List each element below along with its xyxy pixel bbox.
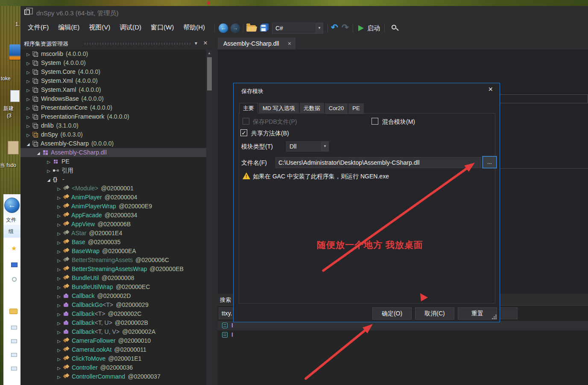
share-method-body-checkbox[interactable]: ✓ — [240, 129, 247, 136]
mixed-module-checkbox[interactable] — [372, 118, 378, 125]
tree-expander[interactable]: ▷ — [56, 229, 62, 238]
back-button[interactable]: ← — [219, 23, 228, 33]
tree-item-assembly-csharp[interactable]: ◢ Assembly-CSharp(0.0.0.0) — [20, 139, 206, 148]
scrollbar-thumb[interactable] — [207, 57, 212, 90]
tree-expander[interactable]: ▷ — [56, 220, 62, 229]
tree-item-appview[interactable]: ▷ AppView@0200006B — [20, 220, 206, 229]
tree-expander[interactable]: ▷ — [56, 310, 62, 319]
tree-item-dnspy[interactable]: ▷ dnSpy(6.0.3.0) — [20, 130, 206, 139]
cancel-button[interactable]: 取消(C) — [415, 307, 454, 320]
search-icon[interactable] — [392, 25, 396, 29]
chevron-down-icon[interactable]: ▼ — [321, 142, 328, 151]
menu-item-4[interactable]: 窗口(W) — [149, 23, 176, 32]
tree-item-betterstreamingassetswrap[interactable]: ▷ BetterStreamingAssetsWrap@020000EB — [20, 265, 206, 274]
tree-scrollbar[interactable]: ▲ — [206, 50, 213, 385]
tree-item-animplayer[interactable]: ▷ AnimPlayer@02000004 — [20, 193, 206, 202]
favorites-star-icon[interactable]: ★ — [11, 245, 17, 252]
tree-item-animplayerwrap[interactable]: ▷ AnimPlayerWrap@020000E9 — [20, 202, 206, 211]
start-button-label[interactable]: 启动 — [367, 24, 380, 32]
tree-expander[interactable]: ▷ — [25, 59, 32, 68]
chevron-down-icon[interactable]: ▼ — [194, 41, 198, 46]
language-select[interactable]: C# ▼ — [272, 23, 323, 34]
desktop-icon-label[interactable]: 新建 — [3, 105, 14, 112]
vertical-splitter[interactable] — [213, 38, 218, 385]
tree-item-controllercommand[interactable]: ▷ ControllerCommand@02000037 — [20, 372, 206, 381]
search-result-row[interactable]: I — [218, 321, 588, 330]
explorer-back-button[interactable]: ← — [4, 198, 20, 213]
tree-item-camerafollower[interactable]: ▷ CameraFollower@02000010 — [20, 336, 206, 345]
tree-expander[interactable]: ▷ — [56, 256, 62, 265]
tree-item-system[interactable]: ▷ System(4.0.0.0) — [20, 58, 206, 67]
dialog-tab-元数据[interactable]: 元数据 — [300, 103, 324, 114]
browse-button[interactable]: ... — [483, 156, 497, 168]
tree-expander[interactable]: ◢ — [25, 140, 32, 149]
tree-expander[interactable]: ▷ — [56, 211, 62, 220]
tree-item-presentationframework[interactable]: ▷ PresentationFramework(4.0.0.0) — [20, 112, 206, 121]
start-play-icon[interactable] — [358, 25, 364, 31]
tree-expander[interactable]: ▷ — [56, 373, 62, 382]
desktop-icon-label[interactable]: 当 fsdo — [0, 162, 16, 169]
tree-item-cameralookat[interactable]: ▷ CameraLookAt@02000011 — [20, 345, 206, 354]
forward-button[interactable]: → — [231, 23, 240, 33]
tree-item-astar[interactable]: ▷ AStar@020001E4 — [20, 229, 206, 238]
tree-expander[interactable]: ▷ — [25, 113, 32, 122]
tree-expander[interactable]: ▷ — [25, 77, 32, 86]
computer-icon[interactable] — [11, 326, 17, 330]
ok-button[interactable]: 确定(O) — [372, 307, 412, 320]
tree-item-appfacade[interactable]: ▷ AppFacade@02000034 — [20, 211, 206, 220]
tree-expander[interactable]: ▷ — [56, 247, 62, 256]
computer-icon[interactable] — [11, 353, 17, 357]
resize-grip[interactable] — [492, 318, 493, 319]
tree-item-base[interactable]: ▷ Base@02000035 — [20, 238, 206, 247]
tree-expander[interactable]: ▷ — [25, 68, 32, 77]
desktop-icon-label[interactable]: 1. — [15, 21, 20, 27]
tree-expander[interactable]: ▷ — [25, 50, 32, 59]
desktop-icon-label[interactable]: (3 — [7, 113, 12, 119]
chevron-down-icon[interactable]: ▼ — [316, 23, 323, 33]
dialog-tab-主要[interactable]: 主要 — [239, 103, 258, 114]
tree-item-windowsbase[interactable]: ▷ WindowsBase(4.0.0.0) — [20, 94, 206, 103]
tree-item--module-[interactable]: ▷ <Module>@02000001 — [20, 184, 206, 193]
folder-icon[interactable] — [9, 309, 18, 314]
close-icon[interactable]: × — [203, 39, 208, 47]
module-type-select[interactable]: Dll ▼ — [286, 141, 329, 152]
desktop-icon-label[interactable]: toke — [1, 76, 11, 82]
explorer-menu-file[interactable]: 文件 — [3, 215, 20, 225]
tree-expander[interactable]: ▷ — [56, 265, 62, 274]
tree-expander[interactable]: ◢ — [35, 149, 42, 158]
computer-icon[interactable] — [11, 367, 17, 370]
save-all-icon[interactable] — [260, 25, 267, 32]
tree-item-clicktomove[interactable]: ▷ ClickToMove@020001E1 — [20, 354, 206, 363]
titlebar[interactable]: dnSpy v6.0.3 (64-bit, 管理员) — [20, 6, 588, 20]
tree-expander[interactable]: ▷ — [56, 274, 62, 283]
tree-expander[interactable]: ▷ — [56, 193, 62, 202]
tab-assembly-csharp-dll[interactable]: Assembly-CSharp.dll × — [218, 38, 295, 50]
dialog-close-icon[interactable]: × — [488, 85, 493, 94]
tree-item-pe[interactable]: ▷ PE — [20, 157, 206, 166]
tree-expander[interactable]: ▷ — [25, 104, 32, 113]
menu-item-1[interactable]: 编辑(E) — [56, 23, 82, 32]
tree-expander[interactable]: ▷ — [56, 292, 62, 301]
dialog-tab-Cor20[interactable]: Cor20 — [325, 103, 348, 114]
tree-item--[interactable]: ▷ 引用 — [20, 166, 206, 175]
tree-expander[interactable]: ▷ — [25, 131, 32, 140]
tree-item-assembly-csharp.dll[interactable]: ◢ Assembly-CSharp.dll — [20, 148, 206, 157]
display-icon[interactable] — [11, 262, 18, 267]
network-icon[interactable] — [12, 277, 17, 282]
tree-item-system.xaml[interactable]: ▷ System.Xaml(4.0.0.0) — [20, 85, 206, 94]
tree-expander[interactable]: ▷ — [56, 364, 62, 373]
reset-button[interactable]: 重置 — [458, 307, 497, 320]
tree-expander[interactable]: ▷ — [56, 283, 62, 292]
tree-item-system.core[interactable]: ▷ System.Core(4.0.0.0) — [20, 67, 206, 76]
tree-expander[interactable]: ▷ — [56, 346, 62, 355]
tree-item-bundleutilwrap[interactable]: ▷ BundleUtilWrap@020000EC — [20, 283, 206, 292]
tree-expander[interactable]: ▷ — [56, 301, 62, 310]
tree-expander[interactable]: ▷ — [56, 184, 62, 193]
tree-expander[interactable]: ▷ — [25, 122, 32, 131]
tree-item-callback[interactable]: ▷ Callback@0200002D — [20, 292, 206, 300]
tab-close-icon[interactable]: × — [288, 40, 291, 47]
tree-expander[interactable]: ▷ — [56, 337, 62, 346]
undo-icon[interactable]: ↶ — [331, 22, 338, 32]
tree-item-betterstreamingassets[interactable]: ▷ BetterStreamingAssets@0200006C — [20, 256, 206, 265]
tree-item-controller[interactable]: ▷ Controller@02000036 — [20, 363, 206, 372]
